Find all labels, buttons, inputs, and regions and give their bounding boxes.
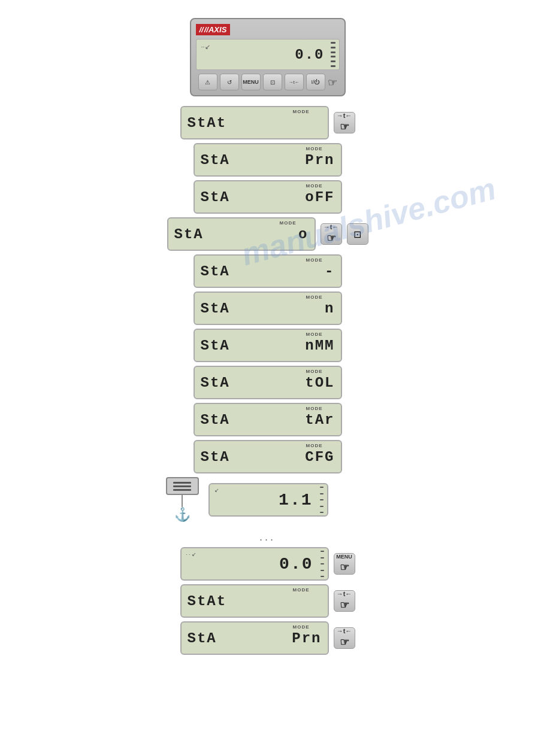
mode-label-7: MODE: [306, 369, 323, 374]
lcd-text-4: StA -: [201, 263, 335, 280]
lcd-row-5: MODE StA n: [194, 292, 342, 325]
lcd-row-6: MODE StA nMM: [194, 329, 342, 362]
side-btn-b0[interactable]: →t← ☞: [334, 590, 355, 612]
lcd-left-6: StA: [201, 338, 230, 354]
lcd-screen-4: MODE StA -: [194, 254, 342, 288]
side-btn-arrow-3a: →t←: [324, 223, 339, 230]
export-button[interactable]: ⊡: [263, 74, 282, 90]
bar-seg-2: [331, 47, 335, 48]
device-panel: //AXIS ··↙ 0.0 ⚠ ↺ MENU ⊡ →t← I/⏻ ☞: [190, 18, 346, 96]
lcd-bar-right: [331, 42, 337, 67]
middle-lcd-dots: ↙: [214, 487, 220, 493]
lcd-right-2: oFF: [305, 189, 334, 205]
lcd-row-bottom-1: MODE StA Prn →t← ☞: [180, 621, 355, 655]
bar-seg-5: [331, 60, 335, 62]
lcd-screen-bottom-1: MODE StA Prn: [180, 621, 329, 655]
bar-seg-4: [331, 56, 335, 57]
bseg-2: [321, 557, 324, 558]
lcd-text-5: StA n: [201, 300, 335, 317]
lcd-left-2: StA: [201, 189, 230, 205]
lcd-left-b0: StAt: [188, 593, 227, 609]
lcd-screen-1: MODE StA Prn: [194, 143, 342, 177]
device-line-2: [173, 485, 191, 487]
export-icon-3[interactable]: ⊡: [347, 223, 368, 245]
middle-lcd-value: 1.1: [279, 491, 312, 509]
device-icon-lines: [173, 482, 191, 491]
lcd-right-b1: Prn: [292, 630, 321, 646]
ellipsis-dots: ...: [259, 531, 276, 544]
mode-label-4: MODE: [306, 257, 323, 263]
bseg-1: [321, 551, 324, 552]
device-buttons-row: ⚠ ↺ MENU ⊡ →t← I/⏻ ☞: [196, 74, 340, 90]
middle-lcd: ↙ 1.1: [208, 483, 328, 517]
lcd-screen-0: MODE StAt: [180, 106, 329, 139]
bottom-lcd-main: ··↙ 0.0: [180, 547, 329, 581]
lcd-left-9: StA: [201, 449, 230, 465]
bseg-4: [321, 570, 324, 571]
bottom-lcd-bar: [321, 551, 325, 577]
bottom-lcd-value: 0.0: [279, 555, 313, 573]
lcd-screen-6: MODE StA nMM: [194, 329, 342, 362]
side-btn-0[interactable]: →t← ☞: [334, 112, 355, 133]
power-button[interactable]: I/⏻: [306, 74, 325, 90]
lcd-left-0: StAt: [188, 115, 227, 131]
main-lcd-display: ··↙ 0.0: [196, 39, 340, 70]
return-button[interactable]: ↺: [220, 74, 239, 90]
lcd-screen-3: MODE StA o: [167, 217, 316, 251]
menu-button[interactable]: MENU: [241, 74, 261, 90]
side-btn-3a[interactable]: →t← ☞: [321, 223, 342, 245]
bottom-lcd-dots: ··↙: [186, 551, 198, 557]
mseg-2: [320, 493, 324, 494]
side-btn-b1[interactable]: →t← ☞: [334, 627, 355, 649]
lcd-left-b1: StA: [188, 630, 217, 646]
cursor-hand-3a: ☞: [327, 232, 336, 245]
bar-seg-3: [331, 51, 335, 53]
axis-logo: //AXIS: [196, 24, 231, 35]
lcd-row-8: MODE StA tAr: [194, 403, 342, 436]
lcd-left-3: StA: [174, 226, 204, 242]
lcd-right-9: CFG: [305, 449, 334, 465]
lcd-row-bottom-0: MODE StAt →t← ☞: [180, 584, 355, 618]
lcd-text-7: StA tOL: [201, 375, 335, 391]
lcd-screen-5: MODE StA n: [194, 292, 342, 325]
mode-label-1: MODE: [306, 146, 323, 151]
mseg-3: [320, 499, 324, 500]
lcd-text-9: StA CFG: [201, 449, 335, 465]
lcd-right-6: nMM: [305, 338, 334, 354]
lcd-screen-9: MODE StA CFG: [194, 440, 342, 473]
lcd-left-8: StA: [201, 412, 230, 428]
lcd-left-1: StA: [201, 152, 230, 168]
lcd-row-bottom-main: ··↙ 0.0 MENU ☞: [180, 547, 355, 581]
lcd-right-1: Prn: [305, 152, 334, 168]
lcd-text-3: StA o: [174, 226, 309, 242]
cursor-hand-top: ☞: [328, 76, 337, 89]
lcd-text-1: StA Prn: [201, 152, 335, 168]
mode-label-b0: MODE: [293, 587, 310, 593]
menu-side-btn[interactable]: MENU ☞: [334, 553, 355, 575]
cursor-hand-menu: ☞: [340, 561, 349, 574]
lcd-right-3: o: [298, 226, 308, 242]
device-cable: [182, 495, 183, 507]
mode-label-6: MODE: [306, 332, 323, 337]
lcd-text-2: StA oFF: [201, 189, 335, 205]
device-line-3: [173, 489, 191, 491]
lcd-right-8: tAr: [305, 412, 334, 428]
device-line-1: [173, 482, 191, 484]
middle-lcd-bar: [320, 487, 325, 513]
bseg-3: [321, 563, 324, 564]
alarm-button[interactable]: ⚠: [198, 74, 217, 90]
lcd-dots-main: ··↙: [201, 43, 210, 51]
lcd-screen-2: MODE StA oFF: [194, 180, 342, 214]
bseg-5: [321, 576, 324, 577]
side-btn-arrow-0: →t←: [337, 112, 352, 119]
lcd-row-3: MODE StA o →t← ☞ ⊡: [167, 217, 368, 251]
tare-button[interactable]: →t←: [285, 74, 304, 90]
lcd-text-b1: StA Prn: [188, 630, 322, 646]
main-container: manualshive.com //AXIS ··↙ 0.0 ⚠ ↺ MENU …: [0, 0, 535, 676]
bar-seg-6: [331, 65, 335, 67]
lcd-screen-7: MODE StA tOL: [194, 366, 342, 399]
lcd-left-5: StA: [201, 300, 230, 317]
lcd-right-7: tOL: [305, 375, 334, 391]
lcd-row-4: MODE StA -: [194, 254, 342, 288]
lcd-text-b0: StAt: [188, 593, 322, 609]
